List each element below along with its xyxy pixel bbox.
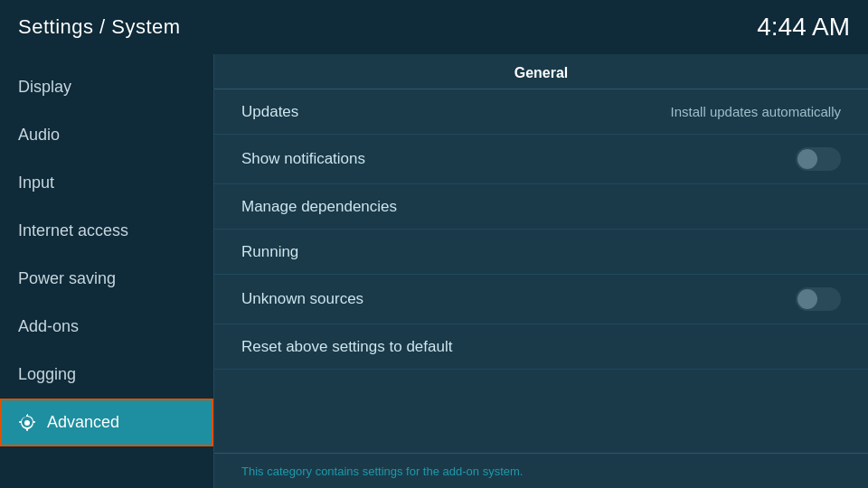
sidebar-item-audio[interactable]: Audio [0,111,213,159]
gear-icon [18,414,36,432]
sidebar-item-power-saving[interactable]: Power saving [0,255,213,303]
setting-running[interactable]: Running [214,230,868,275]
clock: 4:44 AM [757,13,850,42]
setting-updates-value: Install updates automatically [671,104,841,119]
section-header: General [214,54,868,89]
setting-unknown-sources[interactable]: Unknown sources [214,275,868,324]
sidebar-item-label: Logging [18,365,76,384]
content-area: General Updates Install updates automati… [214,54,868,488]
setting-updates[interactable]: Updates Install updates automatically [214,89,868,135]
unknown-sources-toggle[interactable] [796,287,841,311]
footer-text: This category contains settings for the … [241,465,523,478]
sidebar-item-label: Audio [18,126,60,145]
sidebar-item-add-ons[interactable]: Add-ons [0,303,213,351]
setting-running-label: Running [241,243,298,261]
sidebar-item-input[interactable]: Input [0,159,213,207]
setting-manage-dependencies[interactable]: Manage dependencies [214,184,868,230]
setting-show-notifications[interactable]: Show notifications [214,135,868,184]
setting-reset[interactable]: Reset above settings to default [214,324,868,370]
sidebar-item-display[interactable]: Display [0,63,213,111]
sidebar: Display Audio Input Internet access Powe… [0,54,214,488]
setting-manage-dependencies-label: Manage dependencies [241,198,397,216]
settings-list: Updates Install updates automatically Sh… [214,89,868,453]
footer: This category contains settings for the … [214,453,868,488]
setting-updates-label: Updates [241,103,298,121]
setting-show-notifications-label: Show notifications [241,150,365,168]
header: Settings / System 4:44 AM [0,0,868,54]
sidebar-item-label: Input [18,174,54,192]
show-notifications-toggle[interactable] [796,147,841,171]
sidebar-item-label: Internet access [18,221,128,240]
sidebar-item-label: Display [18,78,71,97]
setting-reset-label: Reset above settings to default [241,338,452,356]
sidebar-item-label: Advanced [47,413,119,432]
page-title: Settings / System [18,15,181,39]
sidebar-item-label: Add-ons [18,317,79,336]
main-layout: Display Audio Input Internet access Powe… [0,54,868,488]
sidebar-item-label: Power saving [18,269,116,288]
sidebar-item-logging[interactable]: Logging [0,351,213,399]
sidebar-item-internet-access[interactable]: Internet access [0,207,213,255]
setting-unknown-sources-label: Unknown sources [241,290,363,308]
sidebar-item-advanced[interactable]: Advanced [0,399,213,446]
